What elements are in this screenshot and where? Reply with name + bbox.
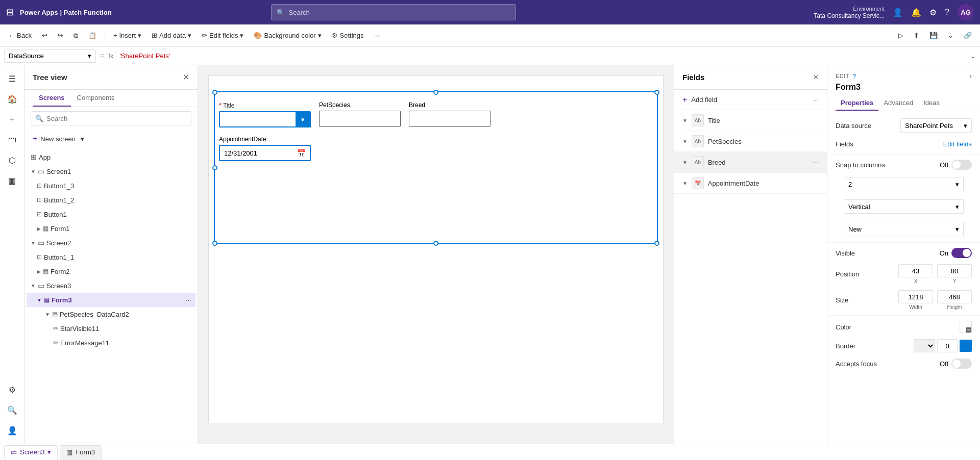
prop-tab-advanced[interactable]: Advanced (878, 96, 918, 111)
prop-position-y[interactable] (937, 264, 972, 277)
canvas-area[interactable]: * Title ▾ PetSpecies Breed (198, 65, 674, 444)
prop-datasource-dropdown[interactable]: SharePoint Pets ▾ (900, 118, 972, 133)
apps-grid-icon[interactable]: ⊞ (6, 7, 14, 18)
nav-tree-icon[interactable]: ☰ (3, 69, 21, 88)
redo-button[interactable]: ↪ (54, 28, 67, 44)
breed-more-button[interactable]: ··· (813, 158, 819, 166)
color-swatch-edit[interactable]: ✏ (966, 327, 971, 333)
prop-header: EDIT ? › (827, 65, 980, 81)
field-item-apptdate[interactable]: ▼ 📅 AppointmentDate (674, 173, 827, 194)
copy-button[interactable]: ⧉ (69, 28, 82, 44)
nav-account-icon[interactable]: 👤 (3, 421, 21, 440)
field-item-petspecies[interactable]: ▼ Ab PetSpecies (674, 131, 827, 152)
tree-item-errormessage11[interactable]: ✏ ErrorMessage11 (27, 336, 195, 350)
nav-insert-icon[interactable]: + (3, 110, 21, 129)
tree-item-form1[interactable]: ▶ ▦ Form1 (27, 221, 195, 236)
tree-item-button1-1[interactable]: ⊡ Button1_1 (27, 250, 195, 264)
tree-item-screen2[interactable]: ▼ ▭ Screen2 (27, 236, 195, 250)
more-options-button[interactable]: ⌄ (944, 28, 958, 44)
edit-fields-button[interactable]: ✏ Edit fields ▾ (198, 28, 248, 44)
field-item-title[interactable]: ▼ Ab Title (674, 110, 827, 131)
new-screen-button[interactable]: + New screen ▾ (31, 132, 191, 146)
tree-search-box[interactable]: 🔍 (31, 111, 191, 125)
screen-tab-screen3[interactable]: ▭ Screen3 ▾ (4, 445, 58, 459)
account-icon[interactable]: 👤 (893, 8, 903, 17)
tree-item-screen1[interactable]: ▼ ▭ Screen1 (27, 164, 195, 178)
prop-tab-properties[interactable]: Properties (836, 96, 878, 111)
nav-home-icon[interactable]: 🏠 (3, 90, 21, 108)
tree-item-app[interactable]: ⊞ App (27, 150, 195, 164)
petspecies-input[interactable] (319, 111, 401, 127)
prop-size-width[interactable] (898, 290, 933, 303)
notifications-icon[interactable]: 🔔 (911, 8, 921, 17)
tree-item-screen3[interactable]: ▼ ▭ Screen3 (27, 278, 195, 293)
breed-input[interactable] (409, 111, 491, 127)
prop-border-color-swatch[interactable] (960, 340, 972, 352)
undo-button[interactable]: ↩ (38, 28, 52, 44)
save-button[interactable]: 💾 (925, 28, 942, 44)
tree-item-petspecies-datacard[interactable]: ▼ ▤ PetSpecies_DataCard2 (27, 307, 195, 321)
formula-input[interactable] (119, 52, 966, 60)
prop-columns-dropdown[interactable]: 2 ▾ (844, 177, 964, 191)
nav-search-icon[interactable]: 🔍 (3, 401, 21, 419)
back-button[interactable]: ← Back (4, 28, 36, 44)
preview-button[interactable]: ▷ (894, 28, 908, 44)
fields-close-button[interactable]: ✕ (813, 73, 819, 81)
visible-toggle[interactable] (951, 248, 972, 258)
share-button[interactable]: 🔗 (960, 28, 976, 44)
global-search[interactable]: 🔍 Search (271, 4, 516, 20)
datasource-selector[interactable]: DataSource ▾ (4, 49, 96, 63)
prop-border-width-input[interactable] (937, 339, 958, 352)
resize-handle-bm[interactable] (433, 241, 438, 246)
tree-close-button[interactable]: ✕ (183, 72, 189, 82)
prop-layout-dropdown[interactable]: Vertical ▾ (844, 199, 964, 214)
settings-icon[interactable]: ⚙ (929, 8, 937, 17)
prop-color-swatch[interactable]: ✏ (960, 321, 972, 333)
tree-item-button1-3[interactable]: ⊡ Button1_3 (27, 178, 195, 193)
prop-defaultmode-dropdown[interactable]: New ▾ (844, 222, 964, 236)
field-item-breed[interactable]: ▼ Ab Breed ··· (674, 152, 827, 173)
nav-media-icon[interactable]: ▦ (3, 171, 21, 190)
title-dropdown-btn[interactable]: ▾ (296, 111, 310, 127)
calendar-icon[interactable]: 📅 (297, 149, 306, 157)
tree-item-starvisible11[interactable]: ✏ StarVisible11 (27, 321, 195, 336)
screen-tab-form3[interactable]: ▦ Form3 (60, 445, 102, 459)
accepts-focus-toggle[interactable] (951, 359, 972, 369)
snap-toggle[interactable] (951, 160, 972, 170)
tree-item-button1[interactable]: ⊡ Button1 (27, 207, 195, 221)
nav-connections-icon[interactable]: ⬡ (3, 151, 21, 169)
add-field-more-icon[interactable]: ··· (813, 96, 819, 104)
nav-data-icon[interactable]: 🗃 (3, 131, 21, 149)
resize-handle-bl[interactable] (212, 241, 217, 246)
add-field-button[interactable]: + Add field ··· (674, 90, 827, 110)
apptdate-input[interactable]: 12/31/2001 📅 (219, 145, 311, 161)
prop-help-icon[interactable]: ? (852, 72, 856, 80)
paste-button[interactable]: 📋 (84, 28, 101, 44)
title-input[interactable]: ▾ (219, 111, 311, 127)
prop-border-style-select[interactable]: — (914, 339, 935, 352)
avatar[interactable]: AG (958, 4, 974, 20)
prop-tab-ideas[interactable]: Ideas (918, 96, 945, 111)
add-data-button[interactable]: ⊞ Add data ▾ (148, 28, 195, 44)
tree-item-form2[interactable]: ▶ ▦ Form2 (27, 264, 195, 278)
form3-more-button[interactable]: ··· (185, 296, 191, 304)
background-color-button[interactable]: 🎨 Background color ▾ (250, 28, 325, 44)
help-icon[interactable]: ? (945, 8, 949, 17)
formula-expand-icon[interactable]: ⌄ (970, 52, 976, 60)
prop-expand-button[interactable]: › (969, 71, 972, 81)
insert-button[interactable]: + Insert ▾ (109, 28, 145, 44)
tree-item-form3[interactable]: ▼ ▦ Form3 ··· (27, 293, 195, 307)
tab-screens[interactable]: Screens (33, 90, 71, 107)
settings-button[interactable]: ⚙ Settings (328, 28, 368, 44)
nav-settings-icon[interactable]: ⚙ (3, 380, 21, 399)
tab-components[interactable]: Components (71, 90, 121, 107)
prop-size-height[interactable] (937, 290, 972, 303)
screen-tab-screen3-chevron[interactable]: ▾ (47, 448, 51, 456)
publish-button[interactable]: ⬆ (910, 28, 923, 44)
tree-search-input[interactable] (46, 115, 187, 122)
resize-handle-br[interactable] (654, 241, 659, 246)
tree-item-button1-2[interactable]: ⊡ Button1_2 (27, 193, 195, 207)
prop-position-x[interactable] (898, 264, 933, 277)
more-button[interactable]: ··· (370, 28, 384, 44)
edit-fields-link[interactable]: Edit fields (943, 140, 972, 148)
